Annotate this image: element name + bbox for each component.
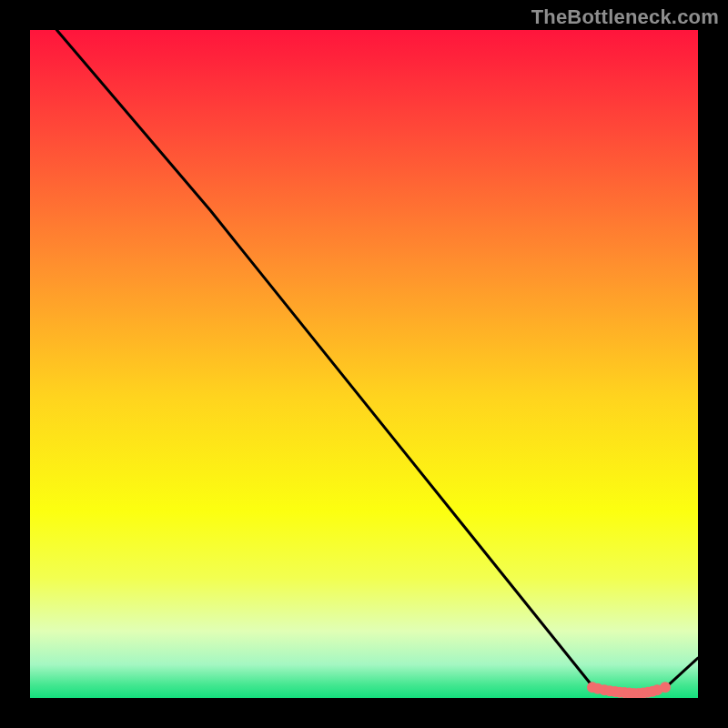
chart-markers [587, 682, 671, 698]
chart-curve [30, 30, 698, 694]
marker-dot [660, 682, 671, 693]
chart-frame: TheBottleneck.com [0, 0, 728, 728]
chart-plot-area [30, 30, 698, 698]
attribution-text: TheBottleneck.com [531, 5, 719, 29]
chart-line-group [30, 30, 698, 694]
chart-svg [30, 30, 698, 698]
